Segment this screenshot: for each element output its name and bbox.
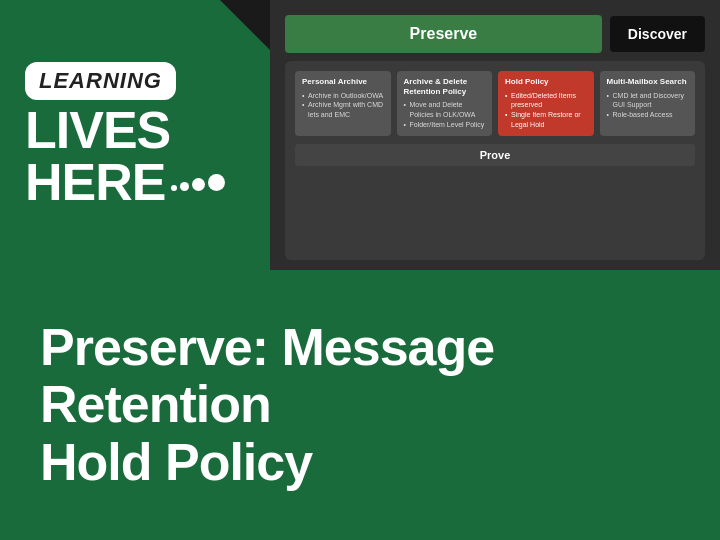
cell-personal-archive: Personal Archive Archive in Outlook/OWA … <box>295 71 391 136</box>
cell-title-1: Personal Archive <box>302 77 384 87</box>
cell-title-2: Archive & Delete Retention Policy <box>404 77 486 96</box>
preserve-button[interactable]: Preserve <box>285 15 602 53</box>
logo-here-text: HERE <box>25 156 225 208</box>
cell-item-2-1: Move and Delete Policies in OLK/OWA <box>404 100 486 120</box>
cell-item-2-2: Folder/Item Level Policy <box>404 120 486 130</box>
cell-item-1-2: Archive Mgmt with CMD lets and EMC <box>302 100 384 120</box>
cell-item-1-1: Archive in Outlook/OWA <box>302 91 384 101</box>
cell-item-3-2: Single Item Restore or Legal Hold <box>505 110 587 130</box>
cell-item-3-1: Edited/Deleted Items preserved <box>505 91 587 111</box>
logo-learning-text: LEARNING <box>39 68 162 93</box>
cell-title-3: Hold Policy <box>505 77 587 87</box>
corner-decoration <box>220 0 270 50</box>
right-content: Preserve Discover Personal Archive Archi… <box>270 0 720 270</box>
prove-label: Prove <box>295 144 695 166</box>
main-title: Preserve: Message RetentionHold Policy <box>40 319 680 491</box>
dot-2 <box>180 182 189 191</box>
cell-item-4-1: CMD let and Discovery GUI Support <box>607 91 689 111</box>
logo-area: LEARNING LIVES HERE <box>0 0 270 270</box>
diagram-box: Personal Archive Archive in Outlook/OWA … <box>285 61 705 260</box>
logo-dots <box>171 174 225 191</box>
bottom-section: Preserve: Message RetentionHold Policy <box>0 270 720 540</box>
cell-archive-delete: Archive & Delete Retention Policy Move a… <box>397 71 493 136</box>
cell-title-4: Multi-Mailbox Search <box>607 77 689 87</box>
logo-lives-text: LIVES <box>25 104 170 156</box>
logo-learning-badge: LEARNING <box>25 62 176 100</box>
dot-4 <box>208 174 225 191</box>
discover-button[interactable]: Discover <box>610 16 705 52</box>
dot-1 <box>171 185 177 191</box>
cell-multi-mailbox: Multi-Mailbox Search CMD let and Discove… <box>600 71 696 136</box>
top-buttons: Preserve Discover <box>285 15 705 53</box>
diagram-top: Personal Archive Archive in Outlook/OWA … <box>295 71 695 136</box>
cell-hold-policy: Hold Policy Edited/Deleted Items preserv… <box>498 71 594 136</box>
top-section: LEARNING LIVES HERE Preserve Discover Pe… <box>0 0 720 270</box>
dot-3 <box>192 178 205 191</box>
cell-item-4-2: Role-based Access <box>607 110 689 120</box>
